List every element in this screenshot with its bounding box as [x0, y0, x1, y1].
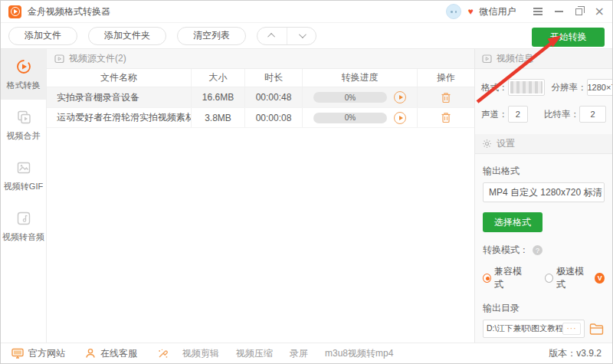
radio-unselected-icon — [545, 274, 553, 283]
col-progress: 转换进度 — [302, 69, 417, 87]
online-service-label: 在线客服 — [100, 347, 137, 360]
toolbar: 添加文件 添加文件夹 清空列表 开始转换 — [1, 22, 612, 48]
tools-menu[interactable] — [157, 348, 169, 359]
add-folder-button[interactable]: 添加文件夹 — [88, 27, 166, 45]
chevron-up-icon — [267, 33, 275, 41]
sidebar-item-format-convert[interactable]: 格式转换 — [1, 49, 46, 100]
table-header: 文件名称 大小 时长 转换进度 操作 — [47, 69, 474, 87]
video-to-audio-icon — [15, 210, 32, 227]
play-button[interactable] — [394, 112, 406, 124]
video-to-gif-icon — [15, 159, 32, 176]
close-button[interactable]: × — [595, 5, 605, 18]
monitor-icon — [11, 348, 24, 359]
choose-format-button[interactable]: 选择格式 — [483, 212, 543, 232]
sidebar-item-label: 视频转音频 — [2, 231, 44, 243]
col-duration: 时长 — [244, 69, 302, 87]
delete-icon[interactable] — [441, 112, 451, 123]
file-duration: 00:00:48 — [244, 87, 302, 107]
output-dir-field[interactable]: D:\江下兼职\图文教程素材\金舟格 ··· — [483, 320, 585, 338]
open-folder-icon[interactable] — [589, 323, 605, 336]
app-logo-icon — [8, 5, 21, 18]
blurred-format-value — [510, 81, 543, 93]
reorder-control — [257, 27, 316, 45]
col-size: 大小 — [191, 69, 244, 87]
file-duration: 00:00:08 — [244, 108, 302, 127]
progress-bar: 0% — [313, 113, 387, 123]
progress-bar: 0% — [313, 92, 387, 103]
right-panel: 视频信息 格式： 分辨率： 1280×720 声道： 2 比特率： 2 — [474, 49, 612, 343]
delete-icon[interactable] — [441, 92, 451, 103]
username-label[interactable]: 微信用户 — [480, 5, 516, 18]
clear-list-button[interactable]: 清空列表 — [177, 27, 246, 45]
radio-fast-mode[interactable]: 极速模式 V — [545, 265, 605, 291]
online-service-link[interactable]: 在线客服 — [85, 347, 137, 360]
minimize-icon — [555, 11, 563, 12]
table-row[interactable]: 运动爱好者在滑轮滑实拍视频素材 3.8MB 00:00:08 0% — [47, 107, 474, 127]
menu-button[interactable] — [533, 11, 543, 12]
user-avatar[interactable] — [446, 4, 461, 19]
minimize-button[interactable] — [555, 11, 563, 12]
sidebar: 格式转换 视频合并 视频转GIF — [1, 49, 47, 343]
format-label: 格式： — [481, 82, 508, 93]
sidebar-item-video-to-audio[interactable]: 视频转音频 — [1, 201, 46, 251]
person-icon — [85, 348, 96, 359]
vip-v-badge: V — [595, 273, 605, 284]
video-info-icon — [482, 54, 492, 64]
output-format-field[interactable]: MP4 自定义 1280x720 标清 — [483, 182, 605, 202]
browse-more-button[interactable]: ··· — [562, 323, 581, 335]
output-dir-label: 输出目录 — [483, 302, 605, 315]
chevron-down-icon — [299, 31, 306, 38]
video-merge-icon — [15, 109, 32, 126]
video-file-icon — [54, 54, 64, 64]
resolution-label: 分辨率： — [552, 82, 587, 93]
play-button[interactable] — [394, 91, 406, 103]
restore-button[interactable] — [575, 8, 582, 15]
footer-link-m3u8[interactable]: m3u8视频转mp4 — [325, 347, 393, 360]
bitrate-label: 比特率： — [544, 109, 579, 120]
output-dir-value: D:\江下兼职\图文教程素材\金舟格 — [487, 323, 562, 334]
move-up-button[interactable] — [257, 28, 287, 44]
sidebar-item-video-to-gif[interactable]: 视频转GIF — [1, 150, 46, 201]
official-site-link[interactable]: 官方网站 — [11, 347, 65, 360]
radio-selected-icon — [483, 274, 491, 283]
channels-label: 声道： — [481, 109, 508, 120]
file-name: 运动爱好者在滑轮滑实拍视频素材 — [47, 108, 191, 127]
settings-title: 设置 — [497, 137, 515, 150]
col-filename: 文件名称 — [47, 69, 191, 87]
footer-bar: 官方网站 在线客服 视频剪辑 视频压缩 录屏 m3u8视频转mp4 版本：v3.… — [1, 343, 612, 363]
add-file-button[interactable]: 添加文件 — [8, 27, 77, 45]
gear-icon — [482, 139, 492, 149]
version-label: 版本：v3.9.2 — [549, 347, 602, 360]
radio-label: 极速模式 — [556, 265, 589, 291]
sidebar-item-label: 格式转换 — [7, 80, 41, 91]
radio-label: 兼容模式 — [494, 265, 528, 291]
radio-compatible-mode[interactable]: 兼容模式 — [483, 265, 528, 291]
start-convert-button[interactable]: 开始转换 — [532, 28, 605, 47]
official-site-label: 官方网站 — [28, 347, 65, 360]
col-actions: 操作 — [417, 69, 474, 87]
app-title: 金舟视频格式转换器 — [28, 5, 110, 18]
bitrate-value: 2 — [579, 106, 606, 123]
footer-link-video-edit[interactable]: 视频剪辑 — [182, 347, 219, 360]
table-empty-area — [47, 127, 474, 343]
output-format-label: 输出格式 — [483, 165, 605, 178]
file-name: 实拍录音棚录音设备 — [47, 87, 191, 107]
video-info-header: 视频信息 — [475, 49, 612, 69]
footer-link-screen-record[interactable]: 录屏 — [290, 347, 308, 360]
sidebar-item-label: 视频转GIF — [4, 181, 43, 192]
tools-icon — [157, 348, 169, 359]
footer-link-video-compress[interactable]: 视频压缩 — [236, 347, 273, 360]
vip-badge-icon: ♥ — [467, 7, 473, 16]
table-row[interactable]: 实拍录音棚录音设备 16.6MB 00:00:48 0% — [47, 87, 474, 107]
resolution-value: 1280×720 — [587, 79, 613, 96]
format-value — [508, 79, 545, 96]
settings-body: 输出格式 MP4 自定义 1280x720 标清 选择格式 转换模式： ? 兼容… — [475, 154, 612, 364]
format-convert-icon — [15, 58, 32, 75]
sidebar-item-video-merge[interactable]: 视频合并 — [1, 100, 46, 150]
channels-value: 2 — [508, 106, 528, 123]
help-icon[interactable]: ? — [533, 245, 543, 255]
sidebar-item-label: 视频合并 — [7, 130, 41, 142]
file-size: 16.6MB — [191, 87, 244, 107]
move-down-button[interactable] — [287, 28, 316, 44]
app-window: 金舟视频格式转换器 ♥ 微信用户 × 添加文件 添加文件夹 清空列表 开始转换 — [0, 0, 613, 364]
